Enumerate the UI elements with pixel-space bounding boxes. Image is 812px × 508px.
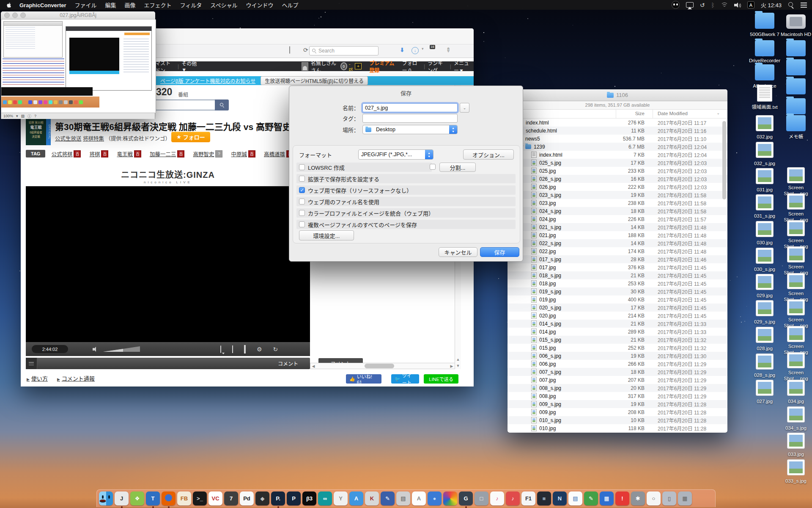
desktop-icon[interactable]: Screen Shot….png — [779, 220, 812, 250]
sort-chevron-icon[interactable]: ⌄ — [716, 111, 720, 115]
fullscreen-icon[interactable] — [244, 346, 246, 352]
tag-item[interactable]: 中原誠百 — [231, 150, 255, 158]
follow-button[interactable]: ★ フォロー — [171, 132, 210, 142]
comment-input-bar[interactable]: コメント — [26, 358, 310, 369]
nico-ranking-link[interactable]: ランキング — [428, 59, 447, 74]
menu-item-4[interactable]: 画像 — [121, 2, 140, 8]
gc-help-icon[interactable]: ? — [34, 114, 36, 118]
tag-item[interactable]: 将棋百 — [89, 150, 108, 158]
comment-report-link[interactable]: ▶コメント通報 — [57, 374, 95, 382]
dock-icon-music[interactable]: ♪ — [490, 491, 504, 505]
finder-row[interactable]: 007.jpg207 KB2017年6月20日 11:29 — [508, 376, 727, 384]
airplay-icon[interactable] — [686, 2, 694, 8]
official-broadcast-link[interactable]: 公式生放送 — [55, 136, 82, 142]
tag-link[interactable]: 公式将棋 — [51, 150, 72, 158]
tags-input[interactable] — [362, 114, 458, 123]
menu-item-5[interactable]: エフェクト — [140, 2, 176, 8]
tag-dictionary-badge[interactable]: 百 — [101, 150, 108, 157]
tag-item[interactable]: 竜王戦百 — [117, 150, 141, 158]
desktop-icon[interactable]: 030_s.jpg — [748, 248, 781, 273]
filename-input[interactable]: 027_s.jpg — [362, 103, 458, 112]
reload-icon[interactable]: ⟳ — [303, 47, 308, 53]
dock-icon-navyapp[interactable]: N — [553, 491, 567, 505]
dock-icon-keychain[interactable]: K — [365, 491, 379, 505]
apple-menu-icon[interactable] — [6, 2, 12, 8]
edit-pencil-icon[interactable]: ✎ — [444, 46, 452, 54]
dock-icon-bluesphere[interactable]: ● — [428, 491, 442, 505]
menu-item-6[interactable]: フィルタ — [176, 2, 206, 8]
finder-row[interactable]: 017.jpg376 KB2017年6月20日 11:45 — [508, 263, 727, 271]
dock-icon-docapp[interactable]: ▤ — [568, 491, 582, 505]
dock-icon-puredata[interactable]: Pd — [240, 491, 254, 505]
finder-row[interactable]: 018_s.jpg21 KB2017年6月20日 11:45 — [508, 271, 727, 279]
finder-row[interactable]: 006_s.jpg19 KB2017年6月20日 11:30 — [508, 352, 727, 360]
options-button[interactable]: オプション... — [463, 149, 514, 160]
finder-titlebar[interactable]: 1106 — [508, 89, 727, 101]
tweet-button[interactable]: 🐦ツイート — [391, 374, 419, 384]
menu-item-9[interactable]: ヘルプ — [277, 2, 302, 8]
dock-icon-scanner[interactable]: ▤ — [396, 491, 410, 505]
dock-icon-turbine[interactable]: Y — [334, 491, 348, 505]
nico-username[interactable]: 名無しさんさん — [311, 59, 339, 74]
dock-icon-firefox[interactable] — [162, 491, 176, 505]
desktop-icon[interactable]: 028_s.jpg — [748, 353, 781, 378]
tag-item[interactable]: 加藤一二三百 — [150, 150, 185, 158]
finder-row[interactable]: 022.jpg174 KB2017年6月20日 11:48 — [508, 247, 727, 255]
desktop-icon[interactable]: 033_s.jpg — [779, 459, 812, 484]
dock-icon-itunes[interactable]: ♪ — [506, 491, 520, 505]
dock-icon-darkapp[interactable]: ■ — [537, 491, 551, 505]
like-button[interactable]: 👍いいね! 61 — [346, 374, 381, 384]
finder-row[interactable]: 026.jpg222 KB2017年6月20日 12:03 — [508, 183, 727, 191]
theater-mode-icon[interactable] — [232, 346, 233, 352]
column-header-size[interactable]: Size — [635, 111, 645, 116]
speaker-icon[interactable] — [93, 347, 99, 352]
gc-titlebar[interactable]: 027.jpgÅiRGBÅj — [1, 11, 155, 19]
graphicconverter-window[interactable]: 027.jpgÅiRGBÅj 100% ▾ ▨ ⓘ ? — [1, 11, 155, 119]
finder-row[interactable]: 025_s.jpg17 KB2017年6月20日 12:03 — [508, 159, 727, 167]
tag-item[interactable]: 高野智史? — [193, 150, 222, 158]
finder-row[interactable]: 022_s.jpg14 KB2017年6月20日 11:48 — [508, 239, 727, 247]
finder-row[interactable]: 023.jpg238 KB2017年6月20日 11:58 — [508, 199, 727, 207]
gc-image-canvas[interactable] — [1, 19, 156, 113]
downloads-caret-icon[interactable]: ▾ — [422, 47, 424, 51]
h-scroll-thumb[interactable] — [365, 364, 394, 368]
video-player[interactable]: ニコニコ生放送:GINZA niconico LIVE — [26, 166, 310, 342]
dock-icon-cube[interactable]: ◆ — [255, 491, 269, 505]
dock-icon-usb[interactable]: ▯ — [662, 491, 676, 505]
dock-icon-redpin[interactable]: ! — [615, 491, 629, 505]
dock-icon-terminal[interactable]: >_ — [193, 491, 207, 505]
refresh-icon[interactable]: ↻ — [273, 346, 278, 352]
save-dialog[interactable]: 保存 名前： 027_s.jpg ⌄ タグ： 場所： Desktop ▲▼ フォ… — [289, 86, 523, 262]
dock-icon-arduino[interactable]: ∞ — [318, 491, 332, 505]
nico-premium-link[interactable]: プレミアム登録 — [369, 59, 397, 74]
dock-icon-fontbook[interactable]: FB — [177, 491, 191, 505]
tag-link[interactable]: 高野智史 — [193, 150, 214, 158]
tag-link[interactable]: 中原誠 — [231, 150, 247, 158]
dock-icon-vnc[interactable]: VC — [208, 491, 222, 505]
finder-row[interactable]: 007_s.jpg18 KB2017年6月20日 11:29 — [508, 368, 727, 376]
settings-gear-icon[interactable]: ⚙ — [257, 346, 262, 352]
tag-link[interactable]: 竜王戦 — [117, 150, 133, 158]
menu-item-3[interactable]: 編集 — [101, 2, 121, 8]
finder-row[interactable]: 12396.7 MB2017年6月20日 12:04 — [508, 143, 727, 151]
html5-switch-button[interactable]: 生放送視聴ページHTML5版(β)に切り替える — [261, 76, 368, 85]
finder-row[interactable]: 021.jpg188 KB2017年6月20日 11:48 — [508, 231, 727, 239]
volume-slider[interactable] — [103, 346, 140, 352]
horizontal-scrollbar[interactable]: ◀ ▶ — [310, 363, 455, 369]
comment-toggle-icon[interactable] — [220, 346, 221, 352]
checkbox[interactable] — [299, 176, 305, 182]
reader-mode-icon[interactable] — [289, 46, 290, 54]
finder-row[interactable]: schedule.html11 KB2017年6月20日 11:16 — [508, 127, 727, 135]
finder-scrollbar-thumb[interactable] — [722, 121, 726, 199]
time-machine-icon[interactable]: ↺ — [700, 2, 705, 8]
spotlight-icon[interactable] — [788, 2, 794, 8]
tag-dictionary-badge[interactable]: 百 — [134, 150, 141, 157]
format-popup[interactable]: JPEG/JFIF (*.JPG,*... ▲▼ — [358, 149, 433, 160]
shogi-special-link[interactable]: 将棋特集 — [83, 136, 104, 142]
browser-search-input[interactable]: Search — [309, 46, 379, 55]
dock-icon-clock[interactable]: ○ — [647, 491, 661, 505]
desktop-icon[interactable]: 031_s.jpg — [748, 194, 781, 219]
tag-dictionary-badge[interactable]: 百 — [248, 150, 255, 157]
dock-icon-f1[interactable]: F1 — [521, 491, 535, 505]
bluetooth-icon[interactable]: ᛒ — [711, 2, 714, 8]
